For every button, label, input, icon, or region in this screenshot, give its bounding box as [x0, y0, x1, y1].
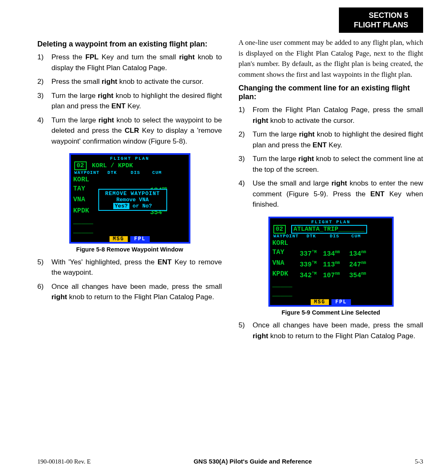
comment-line-field[interactable]: ATLANTA_TRIP_______ — [291, 225, 367, 234]
page: SECTION 5 FLIGHT PLANS Deleting a waypoi… — [0, 0, 448, 476]
step: 3)Turn the large right knob to highlight… — [37, 90, 222, 112]
table-row: KORL — [271, 239, 391, 248]
table-row: _____ — [271, 280, 391, 289]
footer-doc-title: GNS 530(A) Pilot's Guide and Reference — [194, 458, 312, 465]
figure-5-8-caption: Figure 5-8 Remove Waypoint Window — [37, 246, 222, 253]
footer-page-number: 5-3 — [415, 458, 423, 465]
step: 3)Turn the large right knob to select th… — [239, 154, 423, 175]
section-title: FLIGHT PLANS — [354, 20, 408, 30]
left-steps-b: 5)With 'Yes' highlighted, press the ENT … — [37, 257, 222, 303]
gns-screen-1: FLIGHT PLAN 02 KORL / KPDK WAYPOINT DTK … — [69, 153, 190, 244]
step: 2)Press the small right knob to activate… — [37, 76, 222, 87]
right-steps-a: 1)From the Flight Plan Catalog Page, pre… — [239, 105, 423, 210]
popup-no[interactable]: No? — [142, 203, 152, 209]
plan-route: KORL / KPDK — [92, 162, 133, 169]
step: 1)Press the FPL Key and turn the small r… — [37, 52, 222, 73]
table-row: TAY337°M134nm134nm — [271, 248, 391, 259]
fpl-tab-2: FPL — [331, 299, 351, 305]
step: 4)Turn the large right knob to select th… — [37, 115, 222, 147]
popup-yes[interactable]: Yes? — [113, 203, 129, 209]
msg-annunciator: MSG — [110, 236, 128, 242]
right-column: A one-line user comment may be added to … — [239, 37, 423, 346]
table-row: KPDK342°M107nm354nm — [271, 269, 391, 280]
gns-screen-2: FLIGHT PLAN 02 ATLANTA_TRIP_______ WAYPO… — [268, 217, 394, 307]
figure-5-9: FLIGHT PLAN 02 ATLANTA_TRIP_______ WAYPO… — [239, 217, 423, 316]
fpl-tab: FPL — [130, 236, 150, 242]
footer-doc-number: 190-00181-00 Rev. E — [37, 458, 91, 465]
section-number: SECTION 5 — [354, 11, 408, 20]
plan-number-2: 02 — [273, 225, 286, 234]
step: 6)Once all changes have been made, press… — [37, 281, 222, 303]
table-row: _____ — [271, 289, 391, 298]
left-column: Deleting a waypoint from an existing fli… — [37, 37, 222, 346]
step: 5)Once all changes have been made, press… — [239, 320, 423, 341]
right-steps-b: 5)Once all changes have been made, press… — [239, 320, 423, 341]
right-heading: Changing the comment line for an existin… — [239, 84, 423, 101]
step: 1)From the Flight Plan Catalog Page, pre… — [239, 105, 423, 126]
remove-waypoint-popup: REMOVE WAYPOINT Remove VNA Yes? or No? — [98, 189, 167, 211]
msg-annunciator-2: MSG — [311, 299, 329, 305]
page-footer: 190-00181-00 Rev. E GNS 530(A) Pilot's G… — [37, 458, 423, 465]
step: 4)Use the small and large right knobs to… — [239, 178, 423, 210]
plan-number: 02 — [74, 161, 87, 170]
step: 5)With 'Yes' highlighted, press the ENT … — [37, 257, 222, 278]
figure-5-9-caption: Figure 5-9 Comment Line Selected — [239, 309, 423, 316]
right-intro: A one-line user comment may be added to … — [239, 37, 423, 80]
left-steps-a: 1)Press the FPL Key and turn the small r… — [37, 52, 222, 146]
table-row: VNA339°M113nm247nm — [271, 259, 391, 269]
section-tab: SECTION 5 FLIGHT PLANS — [339, 7, 423, 33]
step: 2)Turn the large right knob to highlight… — [239, 129, 423, 150]
left-heading: Deleting a waypoint from an existing fli… — [37, 40, 222, 49]
figure-5-8: FLIGHT PLAN 02 KORL / KPDK WAYPOINT DTK … — [37, 153, 222, 253]
table-row: KORL — [72, 175, 188, 184]
